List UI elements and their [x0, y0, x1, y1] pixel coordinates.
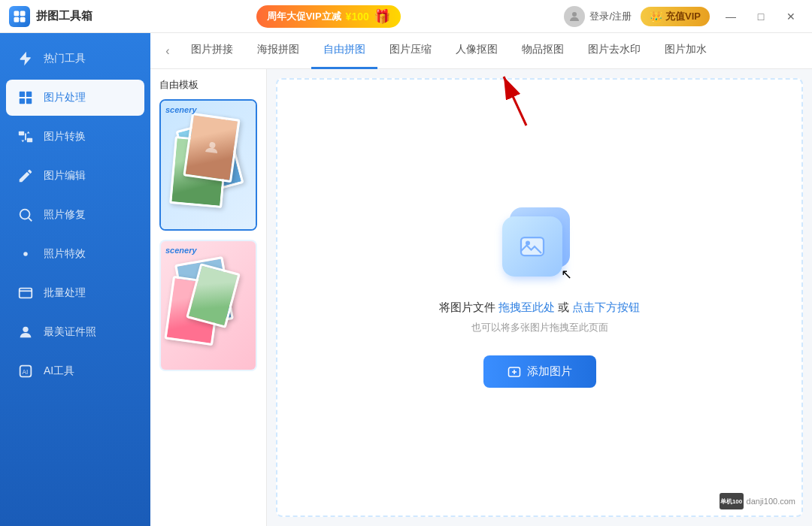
watermark-logo: 单机100 [720, 493, 744, 509]
templates-panel: 自由模板 scenery [150, 69, 267, 526]
title-bar-right: 登录/注册 👑 充值VIP — □ ✕ [564, 6, 803, 27]
app-title: 拼图工具箱 [36, 9, 92, 23]
upload-icon-wrapper: ↖ [502, 207, 577, 283]
minimize-button[interactable]: — [719, 6, 743, 27]
sidebar-item-image-convert[interactable]: 图片转换 [0, 117, 150, 156]
template-scatter-2: scenery [161, 241, 256, 370]
tab-watermark-remove[interactable]: 图片去水印 [576, 33, 653, 69]
promo-banner[interactable]: 周年大促VIP立减 ¥100 🎁 [256, 5, 401, 28]
sidebar-label-batch-process: 批量处理 [44, 286, 86, 300]
tab-image-stitch[interactable]: 图片拼接 [179, 33, 245, 69]
svg-rect-6 [26, 92, 32, 97]
tab-image-compress[interactable]: 图片压缩 [377, 33, 444, 69]
sidebar-item-batch-process[interactable]: 批量处理 [0, 274, 150, 313]
svg-rect-10 [27, 138, 32, 143]
watermark: 单机100 danji100.com [720, 493, 795, 509]
sidebar-label-image-process: 图片处理 [44, 91, 86, 104]
maximize-button[interactable]: □ [749, 6, 773, 27]
vip-button[interactable]: 👑 充值VIP [641, 7, 710, 26]
svg-rect-7 [20, 98, 25, 104]
sidebar-item-image-process[interactable]: 图片处理 [6, 80, 144, 116]
photo-restore-icon [15, 204, 36, 225]
sidebar-label-ai-tools: AI工具 [44, 364, 74, 378]
svg-text:AI: AI [22, 369, 28, 376]
content-area: ‹ 图片拼接 海报拼图 自由拼图 图片压缩 人像抠图 物品抠图 图片去水印 [150, 33, 812, 526]
sidebar-label-image-edit: 图片编辑 [44, 169, 86, 183]
tab-bar: ‹ 图片拼接 海报拼图 自由拼图 图片压缩 人像抠图 物品抠图 图片去水印 [150, 33, 812, 69]
upload-area[interactable]: ↖ 将图片文件 拖拽至此处 或 点击下方按钮 也可以将多张图片拖拽至此页面 添加… [276, 78, 803, 517]
svg-point-4 [572, 12, 577, 17]
batch-process-icon [15, 283, 36, 304]
promo-price: ¥100 [346, 11, 369, 23]
app-logo [9, 6, 30, 27]
upload-drag-text: 将图片文件 拖拽至此处 或 点击下方按钮 [439, 301, 641, 315]
tab-prev-button[interactable]: ‹ [156, 40, 179, 62]
close-button[interactable]: ✕ [779, 6, 803, 27]
add-image-button[interactable]: 添加图片 [483, 355, 596, 388]
inner-content: 自由模板 scenery [150, 69, 812, 526]
template-scatter-1: scenery [161, 101, 256, 229]
image-convert-icon [15, 126, 36, 147]
templates-title: 自由模板 [159, 78, 257, 92]
svg-rect-9 [19, 132, 24, 136]
sidebar-item-hot-tools[interactable]: 热门工具 [0, 39, 150, 78]
avatar [564, 6, 585, 27]
photo-thumb [183, 113, 240, 183]
add-image-label: 添加图片 [527, 364, 572, 379]
svg-point-17 [23, 327, 28, 332]
svg-rect-0 [14, 11, 20, 16]
sidebar-label-hot-tools: 热门工具 [44, 52, 86, 65]
upload-icon-front [502, 216, 562, 277]
window-controls: — □ ✕ [719, 6, 803, 27]
upload-sub-text: 也可以将多张图片拖拽至此页面 [471, 321, 608, 334]
vip-btn-label: 充值VIP [665, 10, 701, 23]
template-label-2: scenery [165, 246, 197, 255]
ai-tools-icon: AI [15, 361, 36, 382]
svg-rect-5 [20, 92, 25, 97]
template-card-1[interactable]: scenery [159, 99, 257, 231]
sidebar-label-photo-effects: 照片特效 [44, 247, 86, 261]
svg-rect-15 [20, 289, 32, 298]
promo-icon: 🎁 [374, 8, 390, 25]
sidebar-item-image-edit[interactable]: 图片编辑 [0, 156, 150, 195]
sidebar-item-id-photo[interactable]: 最美证件照 [0, 313, 150, 352]
sidebar-item-photo-restore[interactable]: 照片修复 [0, 195, 150, 234]
sidebar: 热门工具 图片处理 图片转换 [0, 33, 150, 526]
svg-point-22 [209, 141, 216, 148]
svg-rect-8 [26, 98, 32, 104]
svg-rect-3 [20, 17, 26, 22]
svg-point-12 [20, 210, 30, 219]
title-bar: 拼图工具箱 周年大促VIP立减 ¥100 🎁 登录/注册 👑 充值VIP — □ [0, 0, 812, 33]
hot-tools-icon [15, 48, 36, 69]
promo-text: 周年大促VIP立减 [267, 10, 341, 23]
watermark-text: danji100.com [747, 497, 795, 506]
image-process-icon [15, 87, 36, 108]
sidebar-item-photo-effects[interactable]: 照片特效 [0, 234, 150, 274]
svg-rect-2 [14, 17, 20, 22]
id-photo-icon [15, 322, 36, 343]
template-label-1: scenery [165, 105, 197, 114]
svg-point-14 [23, 252, 28, 256]
tab-free-collage[interactable]: 自由拼图 [311, 33, 377, 69]
tab-object-cutout[interactable]: 物品抠图 [510, 33, 576, 69]
sidebar-label-photo-restore: 照片修复 [44, 208, 86, 222]
sidebar-label-id-photo: 最美证件照 [44, 325, 96, 339]
tab-image-add-wm[interactable]: 图片加水 [653, 33, 719, 69]
tab-portrait-cutout[interactable]: 人像抠图 [444, 33, 510, 69]
tab-poster-collage[interactable]: 海报拼图 [245, 33, 311, 69]
main-layout: 热门工具 图片处理 图片转换 [0, 33, 812, 526]
image-edit-icon [15, 165, 36, 186]
template-card-2[interactable]: scenery [159, 240, 257, 371]
svg-line-13 [29, 218, 32, 221]
sidebar-item-ai-tools[interactable]: AI AI工具 [0, 352, 150, 391]
user-area[interactable]: 登录/注册 [564, 6, 632, 27]
photo-effects-icon [15, 243, 36, 265]
cursor-icon: ↖ [561, 266, 576, 281]
title-bar-left: 拼图工具箱 [9, 6, 92, 27]
login-text: 登录/注册 [589, 10, 632, 23]
svg-rect-1 [20, 11, 26, 16]
sidebar-label-image-convert: 图片转换 [44, 130, 86, 144]
